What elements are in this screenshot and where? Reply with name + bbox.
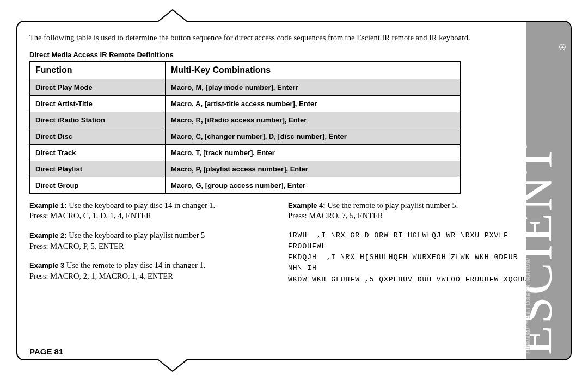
- top-notch-icon: [156, 9, 189, 23]
- examples-section: Example 1: Use the keyboard to play disc…: [29, 200, 530, 290]
- header-function: Function: [30, 61, 166, 79]
- definitions-table: Function Multi-Key Combinations Direct P…: [29, 61, 461, 194]
- table-row: Direct Artist-TitleMacro, A, [artist-tit…: [30, 95, 461, 112]
- example-text: Use the remote to play playlist number 5…: [327, 201, 458, 210]
- cell-combo: Macro, T, [track number], Enter: [166, 144, 461, 161]
- page-number: PAGE 81: [29, 347, 63, 356]
- example-label: Example 3: [29, 261, 66, 269]
- example-press: Press: MACRO, P, 5, ENTER: [29, 242, 124, 250]
- table-header-row: Function Multi-Key Combinations: [30, 61, 461, 79]
- scrambled-note: 1RWH ,I \RX GR D ORW RI HGLWLQJ WR \RXU …: [288, 230, 530, 285]
- bottom-notch-icon: [156, 358, 189, 372]
- table-row: Direct PlaylistMacro, P, [playlist acces…: [30, 161, 461, 177]
- intro-text: The following table is used to determine…: [29, 33, 530, 43]
- cell-function: Direct iRadio Station: [30, 112, 166, 128]
- example-press: Press: MACRO, 2, 1, MACRO, 1, 4, ENTER: [29, 272, 173, 280]
- example-block: Example 4: Use the remote to play playli…: [288, 200, 530, 222]
- example-block: Example 3 Use the remote to play disc 14…: [29, 260, 272, 281]
- brand-sidebar: ESCIENT ® FireBall™ SEi User's Manual: [526, 22, 571, 359]
- example-block: Example 1: Use the keyboard to play disc…: [29, 200, 272, 222]
- example-label: Example 4:: [288, 201, 327, 210]
- example-press: Press: MACRO, 7, 5, ENTER: [288, 211, 383, 220]
- example-text: Use the keyboard to play playlist number…: [69, 231, 205, 240]
- cell-function: Direct Disc: [30, 128, 166, 144]
- product-line-text: FireBall™ SEi User's Manual: [526, 258, 532, 354]
- cell-combo: Macro, R, [iRadio access number], Enter: [166, 112, 461, 128]
- cell-combo: Macro, C, [changer number], D, [disc num…: [166, 128, 461, 144]
- cell-combo: Macro, G, [group access number], Enter: [166, 177, 461, 193]
- svg-rect-1: [156, 358, 189, 359]
- cell-combo: Macro, P, [playlist access number], Ente…: [166, 161, 461, 177]
- cell-function: Direct Group: [30, 177, 166, 193]
- table-row: Direct DiscMacro, C, [changer number], D…: [30, 128, 461, 144]
- table-row: Direct Play ModeMacro, M, [play mode num…: [30, 79, 461, 95]
- registered-icon: ®: [558, 44, 567, 50]
- table-row: Direct iRadio StationMacro, R, [iRadio a…: [30, 112, 461, 128]
- example-block: Example 2: Use the keyboard to play play…: [29, 230, 272, 252]
- example-text: Use the remote to play disc 14 in change…: [66, 261, 205, 269]
- cell-function: Direct Play Mode: [30, 79, 166, 95]
- cell-combo: Macro, M, [play mode number], Enterr: [166, 79, 461, 95]
- cell-function: Direct Track: [30, 144, 166, 161]
- table-row: Direct GroupMacro, G, [group access numb…: [30, 177, 461, 193]
- brand-logo: ESCIENT ® FireBall™ SEi User's Manual: [526, 22, 571, 359]
- table-row: Direct TrackMacro, T, [track number], En…: [30, 144, 461, 161]
- table-title: Direct Media Access IR Remote Definition…: [29, 51, 530, 59]
- example-press: Press: MACRO, C, 1, D, 1, 4, ENTER: [29, 211, 151, 220]
- cell-combo: Macro, A, [artist-title access number], …: [166, 95, 461, 112]
- example-text: Use the keyboard to play disc 14 in chan…: [69, 201, 215, 210]
- cell-function: Direct Artist-Title: [30, 95, 166, 112]
- example-label: Example 2:: [29, 231, 69, 240]
- example-label: Example 1:: [29, 201, 69, 210]
- header-combo: Multi-Key Combinations: [166, 61, 461, 79]
- svg-rect-0: [156, 22, 189, 23]
- cell-function: Direct Playlist: [30, 161, 166, 177]
